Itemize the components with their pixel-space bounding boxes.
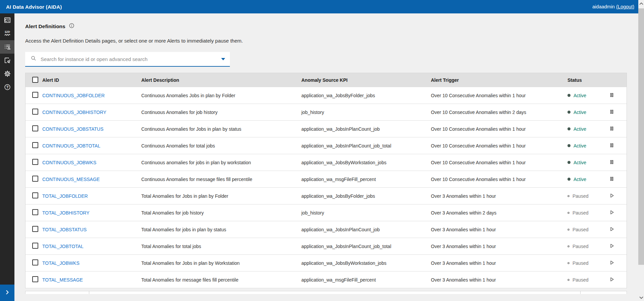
row-checkbox[interactable]: [32, 226, 38, 232]
planner-gear-icon: [4, 57, 11, 64]
row-checkbox[interactable]: [32, 109, 38, 115]
table-row: CONTINUOUS_JOBSTATUS Continuous Anomalie…: [26, 121, 627, 137]
table-row: TOTAL_JOBFOLDER Total Anomalies for Jobs…: [26, 188, 627, 204]
pause-icon: [609, 176, 614, 183]
alert-id-link[interactable]: TOTAL_MESSAGE: [42, 277, 83, 283]
status-label: Paused: [573, 277, 588, 283]
scroll-up-icon[interactable]: [638, 1, 644, 6]
search-dropdown-caret-icon[interactable]: [221, 58, 225, 60]
table-row: CONTINUOUS_JOBHISTORY Continuous Anomali…: [26, 104, 627, 121]
search-box: [25, 52, 230, 67]
row-checkbox[interactable]: [32, 209, 38, 215]
alert-id-link[interactable]: TOTAL_JOBTOTAL: [42, 244, 84, 249]
table-header-row: Alert ID Alert Description Anomaly Sourc…: [26, 73, 627, 87]
row-checkbox[interactable]: [32, 159, 38, 165]
alert-id-link[interactable]: TOTAL_JOBHISTORY: [42, 210, 90, 216]
row-action-button[interactable]: [608, 226, 616, 234]
row-action-button[interactable]: [608, 242, 616, 250]
play-icon: [609, 209, 614, 216]
search-input[interactable]: [41, 56, 221, 62]
status-dot-icon: [567, 111, 571, 114]
alert-id-link[interactable]: TOTAL_JOBFOLDER: [42, 193, 88, 199]
settings-gear-icon: [4, 70, 11, 77]
alert-description-cell: Total Anomalies for Jobs in plan by Fold…: [141, 193, 301, 199]
status-label: Active: [574, 160, 586, 165]
status-label: Active: [574, 143, 586, 148]
status-dot-icon: [567, 212, 569, 214]
select-all-checkbox[interactable]: [32, 77, 38, 83]
row-checkbox[interactable]: [32, 176, 38, 182]
row-action-button[interactable]: [608, 276, 616, 284]
alert-id-link[interactable]: CONTINUOUS_JOBTOTAL: [42, 143, 100, 148]
pause-icon: [609, 92, 614, 99]
scrollbar-thumb[interactable]: [638, 8, 644, 265]
page-description: Access the Alert Definition Details page…: [25, 38, 638, 44]
status-label: Paused: [573, 260, 588, 266]
alert-trigger-cell: Over 3 Anomalies within 2 days: [431, 210, 567, 216]
table-row: CONTINUOUS_JOBFOLDER Continuous Anomalie…: [26, 87, 627, 104]
play-icon: [609, 277, 614, 283]
row-action-button[interactable]: [608, 259, 616, 267]
sidebar-item-kpi[interactable]: 123·: [0, 27, 14, 40]
row-action-button[interactable]: [608, 125, 616, 133]
row-checkbox[interactable]: [32, 92, 38, 98]
anomaly-source-kpi-cell: application_wa_JobsByFolder_jobs: [301, 193, 431, 199]
row-checkbox[interactable]: [32, 142, 38, 148]
anomaly-source-kpi-cell: application_wa_msgFileFill_percent: [301, 177, 431, 182]
alert-description-cell: Total Anomalies for total jobs: [141, 244, 301, 249]
user-area: aidaadmin (Logout): [592, 4, 634, 9]
alert-id-link[interactable]: CONTINUOUS_JOBWKS: [42, 160, 96, 165]
row-checkbox[interactable]: [32, 259, 38, 265]
alert-id-link[interactable]: TOTAL_JOBSTATUS: [42, 227, 87, 232]
alert-description-cell: Total Anomalies for Jobs in plan by Work…: [141, 260, 301, 266]
row-action-button[interactable]: [608, 192, 616, 200]
row-action-button[interactable]: [608, 108, 616, 116]
row-checkbox[interactable]: [32, 125, 38, 131]
alert-id-link[interactable]: CONTINUOUS_MESSAGE: [42, 177, 100, 182]
anomaly-source-kpi-cell: job_history: [301, 110, 431, 115]
column-header-alert-id: Alert ID: [42, 77, 141, 83]
row-action-button[interactable]: [608, 92, 616, 100]
alert-id-link[interactable]: CONTINUOUS_JOBFOLDER: [42, 93, 105, 98]
sidebar-item-planner[interactable]: [0, 54, 14, 67]
status-badge: Paused: [567, 193, 604, 199]
alert-description-cell: Total Anomalies for job history: [141, 210, 301, 216]
app-title: AI Data Advisor (AIDA): [6, 4, 62, 10]
sidebar-item-settings[interactable]: [0, 67, 14, 80]
status-badge: Paused: [567, 277, 604, 283]
alert-definitions-icon: [4, 43, 11, 51]
table-row: TOTAL_JOBTOTAL Total Anomalies for total…: [26, 238, 627, 255]
anomaly-source-kpi-cell: application_wa_JobsInPlanCount_job_total: [301, 244, 431, 249]
row-checkbox[interactable]: [32, 192, 38, 198]
row-checkbox[interactable]: [32, 276, 38, 282]
status-dot-icon: [567, 229, 569, 231]
sidebar-item-dashboard[interactable]: [0, 13, 14, 27]
footer-divider: [89, 291, 89, 294]
status-label: Paused: [573, 244, 588, 249]
alert-description-cell: Continuous Anomalies Jobs in plan by Fol…: [141, 93, 301, 98]
status-badge: Active: [567, 143, 604, 148]
play-icon: [609, 243, 614, 250]
vertical-scrollbar[interactable]: [638, 0, 644, 301]
alert-id-link[interactable]: TOTAL_JOBWKS: [42, 260, 80, 266]
alert-description-cell: Continuous Anomalies for message files f…: [141, 177, 301, 182]
sidebar-item-alert-definitions[interactable]: [0, 40, 14, 54]
row-action-button[interactable]: [608, 159, 616, 167]
table-row: CONTINUOUS_JOBWKS Continuous anomalies f…: [26, 154, 627, 171]
alert-trigger-cell: Over 10 Consecutive Anomalies within 2 d…: [431, 110, 567, 115]
table-row: TOTAL_MESSAGE Total Anomalies for messag…: [26, 272, 627, 288]
row-action-button[interactable]: [608, 142, 616, 150]
row-action-button[interactable]: [608, 209, 616, 217]
sidebar-expand-button[interactable]: [0, 285, 14, 301]
row-action-button[interactable]: [608, 175, 616, 183]
sidebar-item-help[interactable]: ?: [0, 80, 14, 94]
alert-id-link[interactable]: CONTINUOUS_JOBSTATUS: [42, 126, 103, 132]
info-icon[interactable]: [69, 23, 75, 30]
status-badge: Paused: [567, 244, 604, 249]
scroll-down-icon[interactable]: [638, 295, 644, 300]
alert-id-link[interactable]: CONTINUOUS_JOBHISTORY: [42, 110, 106, 115]
row-checkbox[interactable]: [32, 243, 38, 249]
column-header-anomaly-source-kpi: Anomaly Source KPI: [301, 77, 431, 83]
anomaly-source-kpi-cell: job_history: [301, 210, 431, 216]
logout-link[interactable]: (Logout): [616, 4, 634, 9]
